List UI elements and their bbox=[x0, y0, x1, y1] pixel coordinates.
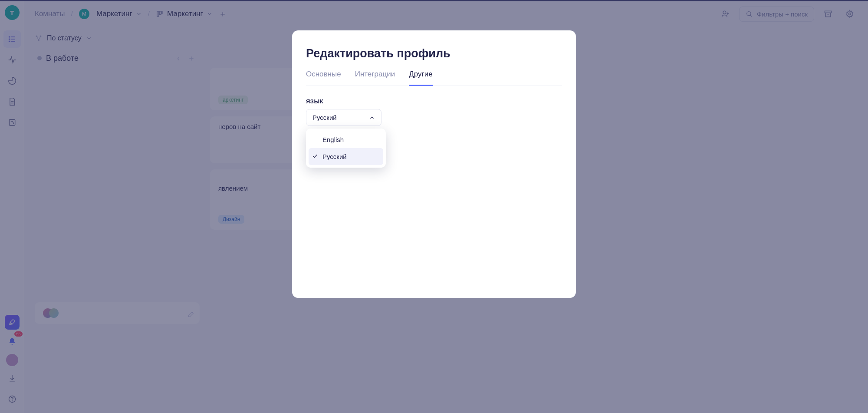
tab-integrations[interactable]: Интеграции bbox=[355, 70, 395, 86]
edit-profile-modal: Редактировать профиль Основные Интеграци… bbox=[292, 30, 576, 298]
check-icon bbox=[312, 153, 318, 160]
modal-overlay[interactable]: Редактировать профиль Основные Интеграци… bbox=[0, 0, 868, 413]
modal-title: Редактировать профиль bbox=[306, 47, 562, 60]
language-select[interactable]: Русский bbox=[306, 109, 381, 126]
language-value: Русский bbox=[312, 114, 337, 121]
language-option-english[interactable]: English bbox=[309, 131, 383, 148]
language-label: ЯЗЫК bbox=[306, 98, 562, 105]
language-dropdown: English Русский bbox=[306, 129, 386, 168]
chevron-up-icon bbox=[369, 115, 375, 121]
tab-other[interactable]: Другие bbox=[409, 70, 432, 86]
modal-tabs: Основные Интеграции Другие bbox=[306, 70, 562, 86]
tab-general[interactable]: Основные bbox=[306, 70, 341, 86]
language-option-russian[interactable]: Русский bbox=[309, 148, 383, 165]
